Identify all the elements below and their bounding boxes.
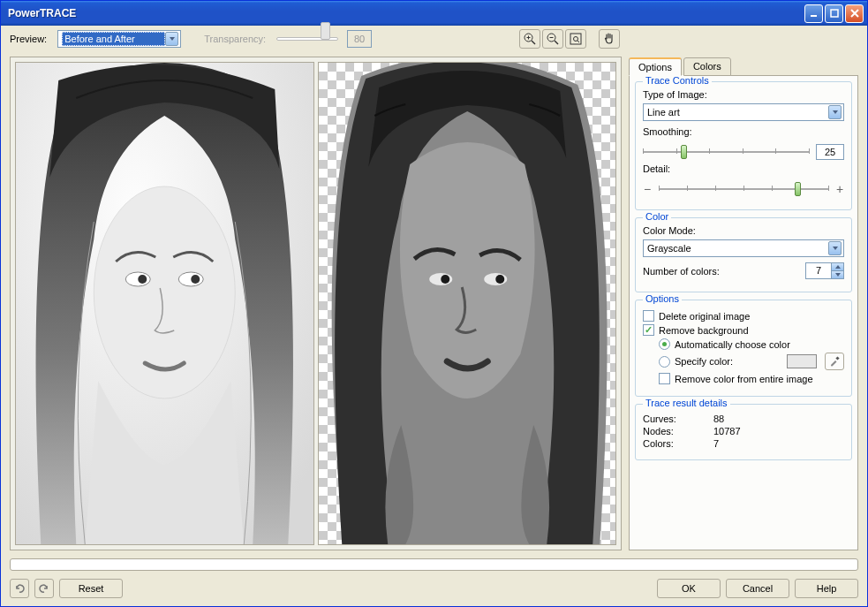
horizontal-scrollbar[interactable]	[10, 558, 858, 571]
cancel-button[interactable]: Cancel	[726, 579, 789, 598]
svg-rect-23	[835, 356, 839, 360]
preview-select[interactable]: Before and After	[57, 30, 181, 48]
num-colors-input[interactable]: 7	[805, 262, 844, 279]
tab-options[interactable]: Options	[629, 57, 682, 76]
checkbox-icon: ✓	[643, 324, 654, 336]
svg-line-11	[577, 41, 579, 42]
transparency-label: Transparency:	[204, 34, 268, 44]
transparency-slider	[276, 30, 338, 48]
window-title: PowerTRACE	[4, 7, 804, 19]
detail-label: Detail:	[643, 163, 844, 174]
colors-label: Colors:	[643, 438, 713, 449]
detail-minus[interactable]: −	[643, 182, 652, 196]
radio-icon	[659, 356, 670, 368]
delete-original-checkbox[interactable]: Delete original image	[643, 310, 844, 322]
curves-value: 88	[713, 414, 724, 424]
undo-button[interactable]	[10, 579, 29, 598]
svg-point-18	[191, 275, 200, 284]
after-image[interactable]	[318, 62, 617, 545]
color-swatch[interactable]	[787, 354, 817, 368]
nodes-label: Nodes:	[643, 426, 713, 436]
svg-point-21	[441, 275, 449, 284]
remove-entire-checkbox[interactable]: Remove color from entire image	[659, 373, 844, 384]
group-color: Color Color Mode: Grayscale Number of co…	[635, 217, 852, 292]
close-button[interactable]	[845, 4, 864, 23]
nodes-value: 10787	[713, 426, 741, 436]
svg-point-17	[138, 275, 147, 284]
chevron-down-icon	[828, 241, 842, 255]
svg-rect-1	[831, 10, 838, 17]
group-trace-controls: Trace Controls Type of Image: Line art S…	[635, 81, 852, 210]
minimize-button[interactable]	[804, 4, 823, 23]
svg-point-13	[94, 186, 235, 398]
checkbox-icon	[643, 310, 654, 322]
remove-background-checkbox[interactable]: ✓ Remove background	[643, 324, 844, 336]
color-mode-label: Color Mode:	[643, 225, 844, 236]
maximize-button[interactable]	[825, 4, 843, 23]
redo-button[interactable]	[34, 579, 54, 598]
smoothing-slider[interactable]	[643, 142, 809, 162]
preview-panel	[10, 57, 622, 550]
detail-plus[interactable]: +	[835, 182, 844, 196]
help-button[interactable]: Help	[795, 579, 858, 598]
smoothing-value[interactable]: 25	[816, 144, 844, 160]
reset-button[interactable]: Reset	[59, 579, 123, 598]
svg-line-7	[555, 41, 558, 44]
svg-point-10	[574, 37, 578, 42]
spin-down[interactable]	[831, 271, 843, 278]
zoom-fit-button[interactable]	[565, 29, 586, 49]
before-image[interactable]	[15, 62, 314, 545]
chevron-down-icon	[828, 105, 842, 119]
spin-up[interactable]	[831, 263, 843, 271]
zoom-in-button[interactable]	[519, 29, 540, 49]
tab-colors[interactable]: Colors	[683, 57, 731, 76]
titlebar: PowerTRACE	[1, 1, 867, 26]
group-trace-details: Trace result details Curves: 88 Nodes: 1…	[635, 404, 852, 460]
toolbar: Preview: Before and After Transparency: …	[1, 26, 867, 52]
svg-point-22	[495, 275, 504, 284]
eyedropper-button[interactable]	[825, 353, 844, 370]
group-options: Options Delete original image ✓ Remove b…	[635, 300, 852, 397]
zoom-out-button[interactable]	[542, 29, 563, 49]
transparency-value: 80	[347, 30, 372, 48]
colors-value: 7	[713, 438, 719, 449]
auto-color-radio[interactable]: Automatically choose color	[659, 338, 844, 350]
color-mode-select[interactable]: Grayscale	[643, 239, 844, 257]
ok-button[interactable]: OK	[657, 579, 721, 598]
num-colors-label: Number of colors:	[643, 266, 805, 277]
svg-rect-9	[570, 34, 581, 44]
svg-line-3	[532, 41, 535, 44]
smoothing-label: Smoothing:	[643, 126, 844, 137]
pan-button[interactable]	[599, 29, 620, 49]
specify-color-radio[interactable]: Specify color:	[659, 353, 844, 370]
chevron-down-icon	[165, 32, 178, 46]
radio-icon	[659, 338, 670, 350]
svg-rect-0	[811, 15, 817, 17]
checkbox-icon	[659, 373, 670, 384]
detail-slider[interactable]	[659, 179, 828, 199]
type-of-image-select[interactable]: Line art	[643, 103, 844, 121]
curves-label: Curves:	[643, 414, 713, 424]
type-of-image-label: Type of Image:	[643, 89, 844, 100]
preview-label: Preview:	[10, 34, 49, 44]
